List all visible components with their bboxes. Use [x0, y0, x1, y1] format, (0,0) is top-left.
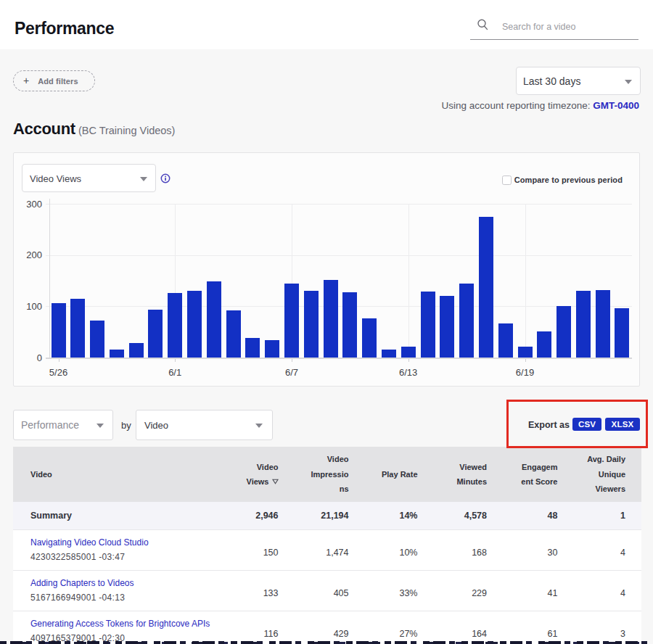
table-row: Adding Chapters to Videos5167166949001 -… — [13, 571, 641, 611]
dimension-select[interactable]: Performance — [13, 410, 113, 440]
search-placeholder: Search for a video — [502, 22, 575, 32]
bar[interactable] — [110, 350, 124, 358]
summary-value: 4,578 — [420, 502, 487, 529]
top-bar: Performance Search for a video — [0, 0, 653, 49]
row-value: 4 — [559, 571, 625, 611]
dimension-value: Performance — [21, 419, 79, 431]
chevron-down-icon — [96, 424, 104, 428]
column-header[interactable]: Avg. DailyUniqueViewers — [517, 447, 625, 502]
gridline-horizontal — [46, 255, 632, 256]
row-value: 133 — [212, 571, 279, 611]
bar[interactable] — [245, 338, 260, 358]
gridline-horizontal — [46, 204, 632, 205]
entity-value: Video — [144, 420, 168, 431]
chevron-down-icon — [255, 424, 263, 428]
row-value: 27% — [351, 611, 418, 644]
row-value: 405 — [282, 571, 349, 611]
bar[interactable] — [362, 318, 377, 358]
video-title-link[interactable]: Navigating Video Cloud Studio — [30, 537, 149, 548]
bar[interactable] — [70, 299, 85, 358]
entity-select[interactable]: Video — [136, 410, 273, 440]
account-heading: Account(BC Training Videos) — [13, 120, 175, 139]
screenshot-artifact-band — [0, 640, 653, 644]
timezone-link[interactable]: GMT-0400 — [593, 100, 639, 111]
row-value: 168 — [420, 530, 487, 570]
bar[interactable] — [382, 350, 396, 358]
bar[interactable] — [615, 308, 629, 358]
chart-card: 01002003005/266/16/76/136/19 Video Views… — [13, 152, 640, 387]
summary-value: 2,946 — [212, 502, 279, 529]
row-value: 116 — [212, 611, 279, 644]
chevron-down-icon — [625, 80, 632, 84]
video-id-duration: 4230322585001 -03:47 — [30, 552, 125, 562]
annotation-highlight-box — [506, 400, 648, 448]
bar[interactable] — [90, 321, 104, 358]
bar[interactable] — [576, 291, 591, 358]
bar[interactable] — [498, 323, 513, 358]
gridline-vertical — [408, 204, 409, 358]
page-title: Performance — [15, 19, 114, 38]
x-axis-label: 6/7 — [270, 367, 313, 378]
bar[interactable] — [479, 217, 493, 358]
bar[interactable] — [401, 347, 416, 358]
gridline-vertical — [525, 204, 526, 358]
account-title: Account — [13, 120, 75, 138]
bar[interactable] — [440, 296, 454, 358]
x-axis-label: 6/1 — [153, 367, 197, 378]
video-title-link[interactable]: Adding Chapters to Videos — [30, 578, 134, 588]
bar[interactable] — [557, 306, 571, 358]
row-value: 10% — [351, 530, 418, 570]
chevron-down-icon — [140, 177, 147, 181]
table-header-row: VideoVideoViewsVideoImpressionsPlay Rate… — [13, 447, 641, 502]
x-axis-label: 5/26 — [37, 367, 81, 378]
bar[interactable] — [304, 291, 319, 358]
bar[interactable] — [342, 292, 357, 358]
row-value: 229 — [420, 571, 487, 611]
summary-row: Summary2,94621,19414%4,578481 — [13, 502, 641, 530]
row-value: 429 — [282, 611, 349, 644]
info-icon[interactable] — [160, 173, 171, 183]
gridline-horizontal — [46, 306, 632, 307]
summary-value: 14% — [351, 502, 418, 529]
bar[interactable] — [537, 331, 551, 358]
date-range-select[interactable]: Last 30 days — [516, 67, 641, 95]
video-title-link[interactable]: Generating Access Tokens for Brightcove … — [30, 619, 210, 629]
bar[interactable] — [518, 347, 533, 358]
bar[interactable] — [284, 284, 299, 358]
bar[interactable] — [324, 280, 338, 358]
compare-label: Compare to previous period — [514, 176, 623, 184]
bar[interactable] — [129, 343, 144, 358]
y-axis-label: 100 — [17, 301, 42, 312]
bar[interactable] — [207, 281, 221, 358]
performance-table: VideoVideoViewsVideoImpressionsPlay Rate… — [13, 447, 641, 644]
search-input[interactable]: Search for a video — [470, 13, 638, 40]
bar[interactable] — [168, 293, 182, 358]
row-value: 164 — [420, 611, 487, 644]
bar[interactable] — [421, 292, 435, 358]
y-axis-label: 0 — [17, 352, 42, 363]
table-row: Navigating Video Cloud Studio42303225850… — [13, 530, 641, 571]
row-value: 41 — [491, 571, 558, 611]
x-axis-label: 6/13 — [387, 367, 430, 378]
bar[interactable] — [226, 310, 241, 358]
bar[interactable] — [52, 303, 66, 358]
y-axis-label: 200 — [17, 249, 42, 260]
row-value: 1,474 — [282, 530, 349, 570]
search-icon — [477, 19, 488, 33]
x-axis-label: 6/19 — [504, 367, 547, 378]
metric-select[interactable]: Video Views — [22, 164, 156, 192]
bar[interactable] — [148, 310, 163, 358]
bar[interactable] — [187, 291, 202, 358]
timezone-note: Using account reporting timezone: GMT-04… — [442, 100, 639, 111]
bar[interactable] — [459, 284, 474, 358]
metric-value: Video Views — [30, 173, 81, 184]
bar[interactable] — [265, 340, 279, 358]
summary-value: 1 — [559, 502, 625, 529]
timezone-prefix: Using account reporting timezone: — [442, 100, 594, 111]
compare-checkbox[interactable]: Compare to previous period — [502, 175, 623, 185]
bar[interactable] — [596, 290, 610, 358]
add-filters-button[interactable]: + Add filters — [13, 70, 95, 91]
checkbox[interactable] — [502, 176, 512, 185]
row-value: 3 — [559, 611, 625, 644]
account-subtitle: (BC Training Videos) — [78, 125, 176, 136]
